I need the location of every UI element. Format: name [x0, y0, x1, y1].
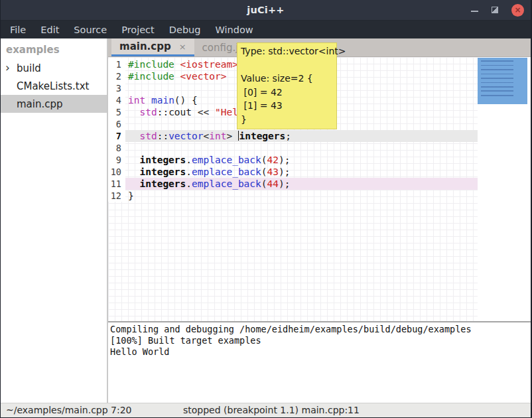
- line-number[interactable]: 4: [108, 94, 125, 106]
- tooltip-line: Value: size=2 {: [241, 72, 333, 86]
- close-icon[interactable]: ×: [511, 4, 524, 17]
- code-content[interactable]: std::vector<int> integers;: [125, 130, 478, 142]
- restore-icon[interactable]: [492, 7, 498, 13]
- code-line[interactable]: 10 integers.emplace_back(43);: [108, 166, 478, 178]
- code-line[interactable]: 7 std::vector<int> integers;: [108, 130, 478, 142]
- terminal-line: [100%] Built target examples: [110, 335, 531, 346]
- tooltip-line: Type: std::vector<int>: [241, 44, 333, 58]
- code-content[interactable]: integers.emplace_back(44);: [125, 178, 478, 190]
- line-number[interactable]: 3: [108, 82, 125, 94]
- status-bar: ~/examples/main.cpp 7:20 stopped (breakp…: [1, 403, 531, 417]
- tree-item-cmakelists-txt[interactable]: CMakeLists.txt: [1, 77, 107, 95]
- tab-close-icon[interactable]: ×: [179, 42, 186, 52]
- line-number[interactable]: 6: [108, 118, 125, 130]
- tooltip-line: [0] = 42: [241, 86, 333, 100]
- chevron-right-icon[interactable]: ›: [5, 61, 10, 74]
- statusbar-debug-status: stopped (breakpoint 1.1) main.cpp:11: [183, 405, 360, 415]
- tooltip-line: [1] = 43: [241, 99, 333, 113]
- minimap-viewport[interactable]: [478, 58, 527, 104]
- line-number[interactable]: 8: [108, 142, 125, 154]
- menu-bar: FileEditSourceProjectDebugWindow: [1, 20, 531, 38]
- code-content[interactable]: }: [125, 190, 478, 202]
- line-number[interactable]: 2: [108, 70, 125, 82]
- tree-item-build[interactable]: ›build: [1, 59, 107, 77]
- tree-item-label: main.cpp: [17, 98, 63, 110]
- line-number[interactable]: 1: [108, 58, 125, 70]
- menu-item-project[interactable]: Project: [115, 22, 161, 38]
- tab-main-cpp[interactable]: main.cpp×: [111, 38, 194, 56]
- line-number[interactable]: 5: [108, 106, 125, 118]
- line-number[interactable]: 7: [108, 130, 125, 142]
- window-controls: ×: [471, 0, 524, 20]
- minimap-code-lines: [481, 60, 513, 98]
- line-number[interactable]: 11: [108, 178, 125, 190]
- tree-item-main-cpp[interactable]: main.cpp: [1, 95, 107, 113]
- menu-item-edit[interactable]: Edit: [34, 22, 65, 38]
- menu-item-source[interactable]: Source: [68, 22, 113, 38]
- file-tree-root: examples: [1, 38, 107, 59]
- tooltip-line: }: [241, 113, 333, 127]
- code-line[interactable]: 9 integers.emplace_back(42);: [108, 154, 478, 166]
- file-tree-sidebar[interactable]: examples ›buildCMakeLists.txtmain.cpp: [1, 38, 107, 403]
- menu-item-window[interactable]: Window: [209, 22, 259, 38]
- minimize-icon[interactable]: [471, 11, 478, 12]
- terminal-line: Hello World: [110, 346, 531, 358]
- line-number[interactable]: 10: [108, 166, 125, 178]
- code-content[interactable]: [125, 142, 478, 154]
- minimap[interactable]: [478, 57, 531, 321]
- app-window: juCi++ × FileEditSourceProjectDebugWindo…: [0, 0, 532, 418]
- code-content[interactable]: integers.emplace_back(42);: [125, 154, 478, 166]
- line-number[interactable]: 9: [108, 154, 125, 166]
- window-title: juCi++: [247, 5, 284, 15]
- terminal-output[interactable]: Compiling and debugging /home/eidheim/ex…: [108, 322, 531, 403]
- statusbar-file-position: ~/examples/main.cpp 7:20: [6, 405, 132, 415]
- title-bar: juCi++ ×: [1, 0, 531, 20]
- code-line[interactable]: 12}: [108, 190, 478, 202]
- tooltip-line: [241, 58, 333, 72]
- line-number[interactable]: 12: [108, 190, 125, 202]
- tree-item-label: build: [17, 62, 41, 74]
- code-content[interactable]: integers.emplace_back(43);: [125, 166, 478, 178]
- terminal-line: Compiling and debugging /home/eidheim/ex…: [110, 324, 531, 335]
- debug-value-tooltip: Type: std::vector<int>Value: size=2 { [0…: [237, 42, 337, 129]
- code-line[interactable]: 8: [108, 142, 478, 154]
- tab-label: main.cpp: [119, 40, 171, 52]
- code-line[interactable]: 11 integers.emplace_back(44);: [108, 178, 478, 190]
- menu-item-debug[interactable]: Debug: [163, 22, 207, 38]
- menu-item-file[interactable]: File: [4, 22, 32, 38]
- tree-item-label: CMakeLists.txt: [17, 80, 89, 92]
